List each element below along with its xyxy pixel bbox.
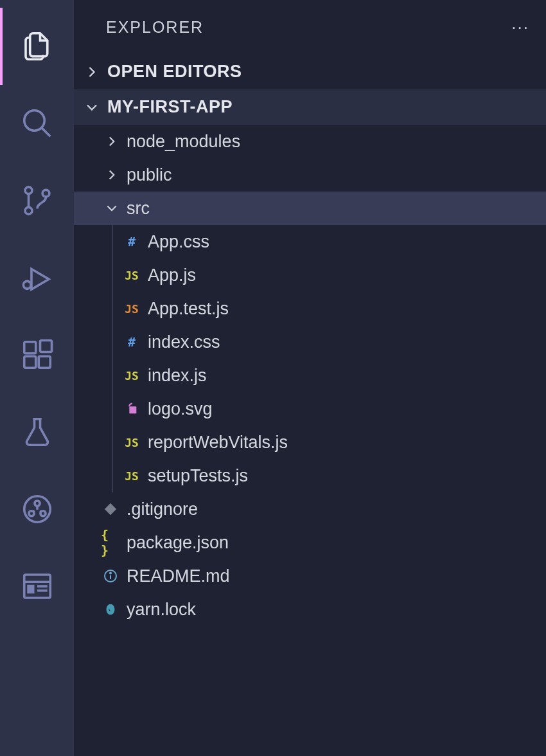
layout-icon	[20, 569, 55, 604]
folder-label: public	[127, 165, 172, 185]
svg-point-14	[34, 501, 39, 506]
project-section[interactable]: MY-FIRST-APP	[74, 89, 546, 125]
file-row[interactable]: JSindex.js	[113, 359, 546, 392]
svg-line-1	[41, 128, 50, 137]
search-icon	[20, 106, 55, 141]
svg-point-4	[42, 190, 49, 197]
chevron-right-icon	[83, 63, 101, 81]
chevron-right-icon	[103, 166, 120, 183]
file-label: package.json	[127, 533, 229, 553]
open-editors-section[interactable]: OPEN EDITORS	[74, 54, 546, 89]
file-row[interactable]: JSsetupTests.js	[113, 459, 546, 492]
file-label: .gitignore	[127, 500, 198, 519]
js-icon: JS	[122, 436, 141, 449]
folder-public[interactable]: public	[74, 158, 546, 192]
svg-point-0	[24, 111, 44, 131]
svg-rect-12	[40, 341, 51, 352]
js-icon: JS	[122, 369, 141, 382]
file-row[interactable]: #index.css	[113, 325, 546, 359]
folder-node-modules[interactable]: node_modules	[74, 125, 546, 158]
activity-extensions[interactable]	[0, 316, 74, 393]
open-editors-label: OPEN EDITORS	[107, 62, 242, 82]
js-icon: JS	[122, 469, 141, 483]
file-row[interactable]: #App.css	[113, 225, 546, 258]
explorer-title: EXPLORER	[106, 18, 204, 37]
git-circle-icon	[20, 492, 55, 526]
file-label: index.js	[148, 366, 207, 386]
play-bug-icon	[20, 260, 55, 295]
js-test-icon: JS	[122, 302, 141, 316]
folder-label: src	[127, 199, 150, 219]
file-row[interactable]: logo.svg	[113, 392, 546, 426]
activity-run-debug[interactable]	[0, 239, 74, 316]
svg-point-2	[25, 187, 32, 194]
braces-icon: { }	[101, 527, 120, 558]
git-branch-icon	[20, 183, 55, 218]
file-label: App.test.js	[148, 299, 229, 319]
project-name-label: MY-FIRST-APP	[107, 97, 233, 117]
chevron-right-icon	[103, 133, 120, 150]
file-label: logo.svg	[148, 399, 213, 419]
file-label: index.css	[148, 332, 220, 352]
file-label: README.md	[127, 566, 230, 586]
file-row[interactable]: .gitignore	[74, 492, 546, 526]
explorer-header: EXPLORER ···	[74, 0, 546, 54]
svg-point-25	[110, 573, 111, 574]
activity-source-control[interactable]	[0, 162, 74, 239]
activity-bar	[0, 0, 74, 756]
file-row[interactable]: JSApp.test.js	[113, 292, 546, 325]
file-label: setupTests.js	[148, 466, 248, 486]
root-children: .gitignore{ }package.jsonREADME.mdyarn.l…	[74, 492, 546, 626]
activity-search[interactable]	[0, 85, 74, 162]
chevron-down-icon	[83, 98, 101, 116]
git-icon	[101, 502, 120, 516]
file-label: yarn.lock	[127, 600, 196, 620]
svg-rect-10	[24, 356, 35, 368]
info-icon	[101, 568, 120, 584]
file-label: App.js	[148, 266, 196, 285]
explorer-sidebar: EXPLORER ··· OPEN EDITORS MY-FIRST-APP n…	[74, 0, 546, 756]
file-label: reportWebVitals.js	[148, 433, 288, 453]
file-row[interactable]: README.md	[74, 559, 546, 593]
folder-src[interactable]: src	[74, 192, 546, 225]
file-row[interactable]: JSreportWebVitals.js	[113, 426, 546, 459]
hash-icon: #	[122, 334, 141, 350]
svg-point-3	[25, 207, 32, 214]
svg-rect-22	[129, 406, 136, 413]
extensions-icon	[20, 338, 55, 372]
chevron-down-icon	[103, 200, 120, 217]
file-label: App.css	[148, 232, 209, 252]
svg-icon	[122, 402, 141, 416]
yarn-icon	[101, 602, 120, 616]
files-icon	[20, 29, 55, 64]
svg-rect-19	[27, 585, 34, 594]
more-actions-button[interactable]: ···	[511, 17, 529, 37]
folder-label: node_modules	[127, 132, 240, 152]
js-icon: JS	[122, 269, 141, 282]
flask-icon	[20, 415, 55, 449]
svg-point-5	[23, 281, 31, 289]
activity-gitlens[interactable]	[0, 471, 74, 548]
hash-icon: #	[122, 234, 141, 249]
svg-rect-9	[24, 342, 35, 354]
file-row[interactable]: JSApp.js	[113, 258, 546, 292]
activity-explorer[interactable]	[0, 8, 74, 85]
activity-testing[interactable]	[0, 393, 74, 471]
file-row[interactable]: { }package.json	[74, 526, 546, 559]
src-children: #App.cssJSApp.jsJSApp.test.js#index.cssJ…	[112, 225, 546, 492]
activity-panel[interactable]	[0, 548, 74, 625]
file-row[interactable]: yarn.lock	[74, 593, 546, 626]
file-tree: node_modules public src #App.cssJSApp.js…	[74, 125, 546, 626]
svg-rect-11	[39, 356, 50, 368]
